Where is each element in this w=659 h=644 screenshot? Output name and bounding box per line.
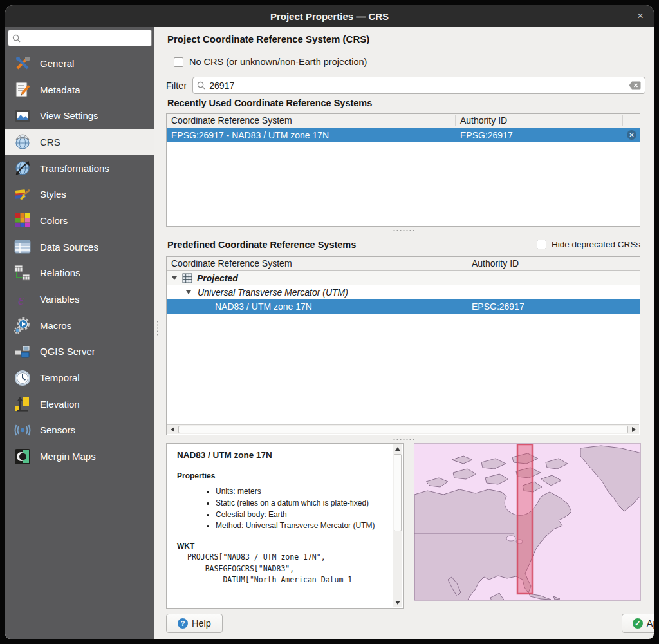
sidebar-item-label: Relations (40, 267, 80, 278)
filter-input-box[interactable] (192, 77, 645, 94)
column-header-authority[interactable]: Authority ID (460, 115, 507, 126)
sidebar-item-label: Transformations (40, 163, 109, 174)
recent-table-header[interactable]: Coordinate Reference System Authority ID (167, 114, 640, 128)
window-title: Project Properties — CRS (270, 11, 389, 22)
epsilon-icon: ε (12, 290, 33, 309)
scroll-left-icon[interactable] (167, 425, 178, 434)
titlebar[interactable]: Project Properties — CRS × (5, 5, 654, 27)
wkt-line: DATUM["North American Datum 1 (187, 574, 391, 585)
tree-row-nad83-utm17n[interactable]: NAD83 / UTM zone 17N EPSG:26917 (167, 299, 640, 314)
sidebar-item-label: Data Sources (40, 242, 98, 252)
wkt-line: BASEGEOGCRS["NAD83", (187, 564, 391, 574)
apply-button-label: Apply (647, 618, 654, 629)
tree-label-nad83: NAD83 / UTM zone 17N (215, 301, 312, 312)
metadata-icon (12, 80, 33, 99)
vertical-scrollbar-thumb[interactable] (394, 454, 402, 531)
project-properties-dialog: Project Properties — CRS × General Metad… (5, 5, 654, 639)
horizontal-scrollbar-thumb[interactable] (178, 426, 628, 433)
tree-label-projected: Projected (197, 273, 238, 283)
recent-crs-row-selected[interactable]: EPSG:26917 - NAD83 / UTM zone 17N EPSG:2… (167, 128, 640, 142)
title-separator (162, 48, 649, 48)
crs-details-content: NAD83 / UTM zone 17N Properties Units: m… (167, 444, 393, 608)
apply-button[interactable]: ✓ Apply (622, 614, 654, 633)
search-icon (197, 81, 205, 90)
predefined-crs-heading: Predefined Coordinate Reference Systems (167, 240, 356, 250)
column-header-authority[interactable]: Authority ID (472, 258, 519, 269)
color-swatches-icon (12, 211, 33, 230)
sidebar-item-variables[interactable]: ε Variables (5, 286, 154, 312)
sidebar-item-label: CRS (40, 137, 60, 147)
tree-row-projected[interactable]: Projected (167, 271, 640, 285)
sidebar-item-label: Temporal (40, 372, 80, 383)
sidebar-item-styles[interactable]: Styles (5, 181, 154, 207)
scroll-right-icon[interactable] (629, 425, 639, 434)
filter-label: Filter (166, 80, 187, 91)
filter-input[interactable] (209, 80, 629, 91)
sidebar-item-label: Styles (40, 189, 66, 200)
sidebar-item-crs[interactable]: CRS (5, 129, 154, 155)
transform-globe-icon (12, 158, 33, 178)
clock-icon (12, 368, 33, 388)
sidebar-item-data-sources[interactable]: Data Sources (5, 234, 154, 260)
hide-deprecated-label: Hide deprecated CRSs (552, 240, 640, 249)
sidebar-splitter[interactable] (154, 27, 161, 639)
sidebar-item-label: Metadata (40, 84, 80, 95)
sidebar-item-sensors[interactable]: Sensors (5, 417, 154, 444)
predefined-table-header[interactable]: Coordinate Reference System Authority ID (167, 257, 640, 271)
tools-icon (12, 53, 33, 73)
splitter-handle-dots (157, 320, 158, 337)
sidebar-item-general[interactable]: General (5, 50, 154, 77)
tree-authority-nad83: EPSG:26917 (472, 301, 524, 312)
sidebar-item-macros[interactable]: Macros (5, 312, 154, 339)
remove-recent-crs-icon[interactable]: ✕ (627, 130, 636, 140)
sidebar-item-mergin-maps[interactable]: Mergin Maps (5, 443, 154, 469)
view-settings-icon (12, 106, 33, 126)
globe-icon (12, 132, 33, 151)
crs-details-title: NAD83 / UTM zone 17N (177, 450, 391, 460)
sidebar-item-label: Colors (40, 215, 68, 226)
chevron-down-icon[interactable] (172, 276, 177, 280)
table-icon (12, 237, 33, 256)
sidebar-item-label: Variables (40, 294, 79, 305)
sidebar: General Metadata View Settings CRS Trans… (5, 27, 154, 639)
grid-icon (182, 273, 192, 283)
scroll-down-icon[interactable] (393, 598, 402, 607)
properties-list: Units: meters Static (relies on a datum … (216, 487, 391, 531)
sidebar-search[interactable] (8, 30, 152, 46)
check-icon: ✓ (633, 618, 643, 629)
recent-crs-table: Coordinate Reference System Authority ID… (166, 113, 640, 227)
close-icon[interactable]: × (637, 10, 644, 23)
horizontal-scrollbar[interactable] (167, 424, 639, 434)
help-button-label: Help (192, 618, 211, 629)
sidebar-item-elevation[interactable]: Elevation (5, 391, 154, 417)
sidebar-item-qgis-server[interactable]: QGIS Server (5, 339, 154, 365)
tree-row-utm-group[interactable]: Universal Transverse Mercator (UTM) (167, 285, 640, 299)
column-header-crs[interactable]: Coordinate Reference System (171, 258, 292, 269)
section-splitter-handle[interactable] (393, 439, 414, 440)
column-header-crs[interactable]: Coordinate Reference System (171, 115, 292, 126)
sidebar-item-label: Sensors (40, 424, 75, 435)
no-crs-label: No CRS (or unknown/non-Earth projection) (189, 57, 367, 67)
server-icon (12, 342, 33, 361)
north-america-map (414, 444, 641, 601)
sidebar-item-relations[interactable]: Relations (5, 260, 154, 287)
sidebar-item-colors[interactable]: Colors (5, 207, 154, 234)
sidebar-item-transformations[interactable]: Transformations (5, 155, 154, 182)
property-item: Static (relies on a datum which is plate… (216, 498, 391, 509)
sidebar-search-input[interactable] (24, 33, 151, 43)
sidebar-item-view-settings[interactable]: View Settings (5, 102, 154, 129)
sidebar-item-metadata[interactable]: Metadata (5, 77, 154, 103)
recent-crs-name: EPSG:26917 - NAD83 / UTM zone 17N (171, 130, 329, 140)
chevron-down-icon[interactable] (186, 290, 191, 294)
help-button[interactable]: ? Help (166, 614, 223, 633)
no-crs-checkbox[interactable] (174, 57, 183, 67)
wkt-heading: WKT (177, 542, 391, 551)
section-splitter-handle[interactable] (393, 230, 414, 231)
clear-filter-icon[interactable] (629, 81, 641, 90)
recent-crs-authority: EPSG:26917 (460, 130, 513, 140)
hide-deprecated-checkbox[interactable] (537, 240, 546, 249)
sidebar-item-temporal[interactable]: Temporal (5, 365, 154, 391)
vertical-scrollbar[interactable] (393, 444, 402, 607)
scroll-up-icon[interactable] (393, 444, 402, 453)
sidebar-item-label: Macros (40, 320, 71, 331)
